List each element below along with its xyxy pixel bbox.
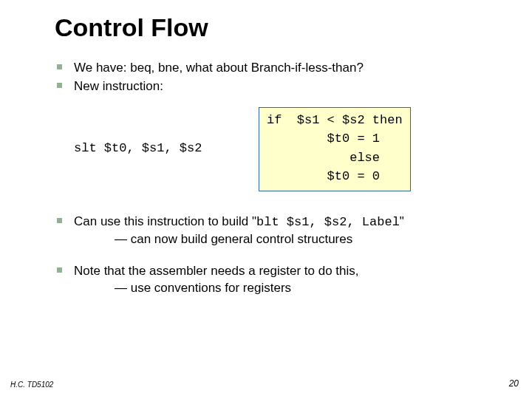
bullet-icon xyxy=(44,78,74,95)
bullet-text: Note that the assembler needs a register… xyxy=(74,263,502,297)
bullet-text: Can use this instruction to build "blt $… xyxy=(74,214,502,248)
bullet-text: We have: beq, bne, what about Branch-if-… xyxy=(74,60,502,77)
footer-left: H.C. TD5102 xyxy=(10,381,53,389)
bullet-1: We have: beq, bne, what about Branch-if-… xyxy=(44,60,502,77)
slide-content: We have: beq, bne, what about Branch-if-… xyxy=(44,60,502,297)
slide-title: Control Flow xyxy=(55,13,502,42)
bullet-3: Can use this instruction to build "blt $… xyxy=(44,214,502,248)
bullet-icon xyxy=(44,214,74,248)
code-box: if $s1 < $s2 then $t0 = 1 else $t0 = 0 xyxy=(259,107,411,191)
bullet-2: New instruction: xyxy=(44,78,502,95)
bullet-subline: — use conventions for registers xyxy=(115,281,291,295)
slt-code: slt $t0, $s1, $s2 xyxy=(44,140,259,157)
bullet-icon xyxy=(44,60,74,77)
bullet-icon xyxy=(44,263,74,297)
bullet-subline: — can now build general control structur… xyxy=(115,232,352,246)
slide: Control Flow We have: beq, bne, what abo… xyxy=(0,0,532,399)
instruction-block: slt $t0, $s1, $s2 if $s1 < $s2 then $t0 … xyxy=(44,107,502,191)
bullet-4: Note that the assembler needs a register… xyxy=(44,263,502,297)
bullet-text: New instruction: xyxy=(74,78,502,95)
footer-right: 20 xyxy=(509,378,519,389)
